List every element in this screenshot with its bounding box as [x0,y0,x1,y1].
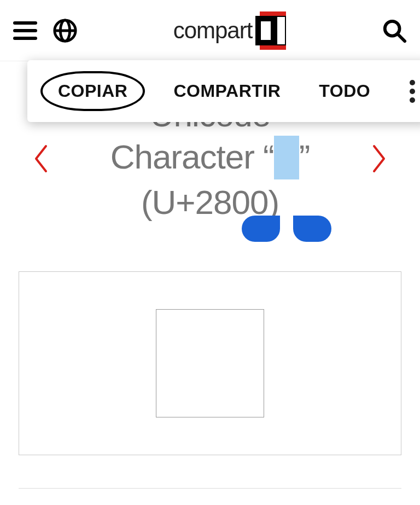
navbar: compart [0,0,420,61]
glyph-preview-box [156,309,264,417]
svg-rect-3 [260,11,286,16]
text-selection-menu: COPIAR COMPARTIR TODO [27,60,420,122]
title-line-3: (U+2800) [141,183,279,221]
more-options-icon[interactable] [410,80,415,103]
brand-logo[interactable]: compart [173,11,287,50]
search-icon[interactable] [382,18,407,43]
title-line-2-pre: Character “ [110,138,274,176]
selected-glyph-highlight[interactable]: ⠀ [274,136,299,179]
prev-character-button[interactable] [33,144,49,173]
svg-rect-8 [277,17,285,44]
copy-button[interactable]: COPIAR [40,71,145,111]
secondary-panel [19,488,401,504]
title-line-2-post: ” [299,138,310,176]
next-character-button[interactable] [371,144,387,173]
glyph-panel [19,271,401,455]
select-all-button[interactable]: TODO [309,77,380,106]
page-content: Unicode Character “⠀” (U+2800) [0,61,420,504]
svg-rect-6 [261,21,271,40]
globe-icon[interactable] [52,18,78,43]
brand-mark-icon [255,11,286,50]
hamburger-menu-icon[interactable] [13,21,37,40]
svg-line-10 [398,34,405,40]
brand-text: compart [173,18,253,44]
svg-rect-4 [260,45,286,50]
share-button[interactable]: COMPARTIR [164,77,290,106]
nav-left [13,18,78,43]
